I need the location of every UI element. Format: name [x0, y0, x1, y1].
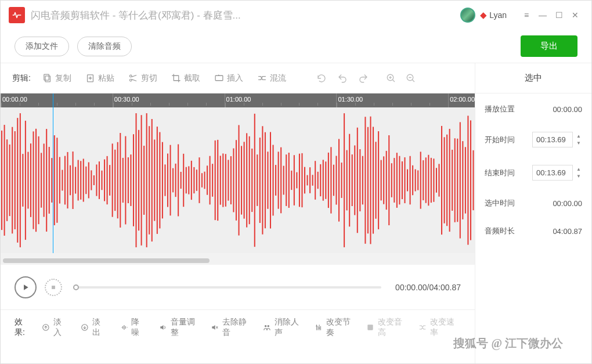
selected-time-row: 选中时间 00:00.00 [485, 198, 582, 208]
speed-icon [418, 322, 427, 333]
svg-point-193 [316, 326, 317, 327]
copy-button[interactable]: 复制 [37, 70, 77, 87]
redo-button[interactable] [355, 70, 372, 87]
panel-header: 选中 [475, 63, 591, 93]
start-up-button[interactable]: ▲ [575, 133, 582, 140]
menu-button[interactable]: ≡ [518, 7, 535, 23]
h-scrollbar-thumb[interactable] [3, 258, 210, 263]
svg-rect-188 [52, 286, 55, 289]
remove-vocal-button[interactable]: 消除人声 [257, 313, 305, 341]
fade-out-icon [81, 322, 89, 333]
close-button[interactable]: ✕ [567, 7, 583, 23]
playback-controls: 00:00.00/04:00.87 [1, 265, 475, 310]
progress-bar[interactable] [76, 286, 381, 289]
svg-point-192 [267, 325, 269, 327]
left-panel: 剪辑: 复制 粘贴 剪切 截取 插入 混流 [1, 63, 475, 363]
svg-rect-0 [45, 76, 50, 82]
time-ruler[interactable]: 00:00.00 00:30.00 01:00.00 01:30.00 02:0… [1, 93, 475, 107]
effects-bar: 效果: 淡入 淡出 降噪 音量调整 去除静音 消除人声 改变节奏 改变音高 改变… [1, 310, 475, 345]
duration-row: 音频时长 04:00.87 [485, 226, 582, 236]
pitch-icon [366, 322, 374, 333]
insert-button[interactable]: 插入 [208, 70, 249, 87]
minimize-button[interactable]: — [535, 7, 551, 23]
zoom-in-button[interactable] [382, 70, 400, 87]
play-icon [21, 283, 30, 291]
end-time-input[interactable] [532, 165, 573, 181]
scissors-icon [128, 73, 138, 83]
volume-button[interactable]: 音量调整 [153, 313, 201, 341]
start-time-input[interactable] [532, 132, 573, 147]
vocal-icon [263, 322, 271, 333]
h-scrollbar[interactable] [1, 257, 475, 265]
svg-rect-1 [44, 74, 49, 80]
fade-out-button[interactable]: 淡出 [75, 313, 110, 341]
change-speed-button[interactable]: 改变速率 [413, 313, 461, 341]
fade-in-button[interactable]: 淡入 [36, 313, 71, 341]
clear-audio-button[interactable]: 清除音频 [77, 37, 132, 56]
avatar[interactable] [460, 8, 475, 23]
maximize-button[interactable]: ☐ [551, 7, 567, 23]
toolbar: 添加文件 清除音频 导出 [1, 30, 591, 63]
play-position-row: 播放位置 00:00.00 [485, 104, 582, 114]
start-down-button[interactable]: ▼ [575, 140, 582, 147]
effects-label: 效果: [15, 317, 29, 338]
selection-panel: 选中 播放位置 00:00.00 开始时间 ▲▼ 结束时间 ▲▼ [475, 63, 591, 363]
stop-button[interactable] [45, 279, 62, 296]
edit-label: 剪辑: [12, 73, 31, 84]
copy-icon [42, 73, 52, 83]
app-logo [9, 7, 25, 23]
change-tempo-button[interactable]: 改变节奏 [309, 313, 357, 341]
playhead[interactable] [53, 93, 53, 253]
insert-icon [214, 73, 224, 83]
file-info: - 等什么君(邓寓君) - 春庭雪... [110, 10, 241, 21]
svg-point-194 [319, 327, 320, 329]
end-down-button[interactable]: ▼ [575, 173, 582, 180]
mix-icon [257, 73, 267, 83]
stop-icon [50, 284, 56, 290]
svg-rect-195 [368, 325, 373, 330]
add-file-button[interactable]: 添加文件 [15, 37, 69, 56]
start-time-row: 开始时间 ▲▼ [485, 132, 582, 147]
time-display: 00:00.00/04:00.87 [395, 283, 461, 292]
undo-button[interactable] [334, 70, 351, 87]
premium-icon: ◆ [480, 10, 487, 20]
mute-icon [211, 322, 219, 333]
mix-button[interactable]: 混流 [251, 70, 292, 87]
svg-rect-5 [215, 75, 223, 81]
denoise-button[interactable]: 降噪 [114, 313, 150, 341]
refresh-button[interactable] [313, 70, 330, 87]
paste-button[interactable]: 粘贴 [80, 70, 120, 87]
username: Lyan [489, 10, 507, 20]
zoom-out-button[interactable] [402, 70, 420, 87]
title-bar: 闪电音频剪辑软件 - 等什么君(邓寓君) - 春庭雪... ◆ Lyan ≡ —… [1, 1, 591, 30]
app-name: 闪电音频剪辑软件 [31, 10, 110, 21]
change-pitch-button[interactable]: 改变音高 [360, 313, 409, 341]
end-up-button[interactable]: ▲ [575, 166, 582, 173]
tempo-icon [315, 322, 323, 333]
timeline[interactable]: 00:00.00 00:30.00 01:00.00 01:30.00 02:0… [1, 93, 475, 265]
volume-icon [159, 322, 167, 333]
crop-icon [171, 73, 181, 83]
svg-point-4 [129, 79, 132, 81]
title-text: 闪电音频剪辑软件 - 等什么君(邓寓君) - 春庭雪... [31, 9, 241, 22]
end-time-row: 结束时间 ▲▼ [485, 165, 582, 181]
denoise-icon [120, 322, 128, 333]
crop-button[interactable]: 截取 [165, 70, 206, 87]
remove-silence-button[interactable]: 去除静音 [205, 313, 253, 341]
play-button[interactable] [15, 276, 37, 298]
paste-icon [85, 73, 95, 83]
fade-in-icon [42, 322, 50, 333]
edit-bar: 剪辑: 复制 粘贴 剪切 截取 插入 混流 [1, 63, 475, 93]
main-area: 剪辑: 复制 粘贴 剪切 截取 插入 混流 [1, 63, 591, 363]
waveform[interactable] [1, 107, 475, 253]
svg-point-3 [129, 75, 132, 77]
svg-point-191 [264, 325, 266, 327]
cut-button[interactable]: 剪切 [122, 70, 163, 87]
progress-knob[interactable] [73, 284, 79, 290]
export-button[interactable]: 导出 [521, 35, 577, 57]
